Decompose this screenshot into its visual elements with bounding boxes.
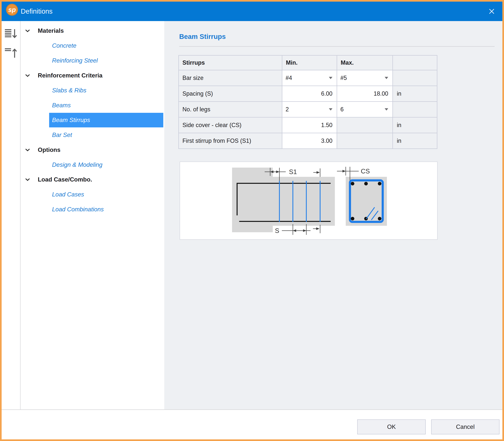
tree-item-label: Load Case/Combo. bbox=[38, 176, 92, 183]
bar-size-max-dropdown[interactable]: #5 bbox=[337, 70, 392, 86]
dropdown-value: #4 bbox=[286, 75, 292, 81]
s-dimension-label: S bbox=[275, 227, 279, 234]
spacing-max-input[interactable]: 18.00 bbox=[337, 86, 392, 101]
row-label-spacing: Spacing (S) bbox=[179, 86, 282, 101]
dropdown-value: #5 bbox=[340, 75, 347, 81]
tree-item-label: Load Combinations bbox=[52, 206, 104, 213]
tree-item-beams[interactable]: Beams bbox=[21, 98, 164, 113]
tree-item-beam-stirrups[interactable]: Beam Stirrups bbox=[21, 113, 164, 127]
first-stirrup-min-input[interactable]: 3.00 bbox=[282, 133, 337, 148]
tree-item-options[interactable]: Options bbox=[21, 143, 164, 157]
tree-item-label: Reinforcing Steel bbox=[52, 57, 98, 64]
dropdown-arrow-icon[interactable] bbox=[385, 77, 388, 79]
cancel-button[interactable]: Cancel bbox=[431, 419, 500, 434]
tree-item-load-case-combo[interactable]: Load Case/Combo. bbox=[21, 172, 164, 187]
tree-item-label: Concrete bbox=[52, 42, 76, 49]
tree-item-bar-set[interactable]: Bar Set bbox=[21, 128, 164, 142]
definitions-tree: Materials Concrete Reinforcing Steel Rei… bbox=[21, 21, 164, 410]
tree-item-label: Load Cases bbox=[52, 191, 84, 198]
tree-item-concrete[interactable]: Concrete bbox=[21, 38, 164, 53]
side-cover-min-input[interactable]: 1.50 bbox=[282, 117, 337, 133]
dropdown-value: 2 bbox=[286, 106, 289, 113]
spacing-min-input[interactable]: 6.00 bbox=[282, 86, 337, 101]
row-label-side-cover: Side cover - clear (CS) bbox=[179, 117, 282, 133]
app-logo-icon: sp bbox=[6, 4, 18, 16]
definitions-dialog: sp Definitions bbox=[0, 0, 504, 441]
tree-item-reinforcing-steel[interactable]: Reinforcing Steel bbox=[21, 53, 164, 68]
tree-item-load-combinations[interactable]: Load Combinations bbox=[21, 202, 164, 217]
stirrups-table: Stirrups Min. Max. Bar size #4 #5 Spacin… bbox=[178, 55, 437, 149]
tree-item-label: Slabs & Ribs bbox=[52, 87, 86, 94]
s1-dimension-label: S1 bbox=[289, 168, 297, 175]
tree-item-label: Materials bbox=[38, 27, 64, 34]
tree-item-label: Beams bbox=[52, 102, 71, 109]
first-stirrup-max-disabled bbox=[337, 133, 392, 148]
title-bar: sp Definitions bbox=[2, 2, 502, 21]
collapse-all-icon[interactable] bbox=[4, 48, 17, 58]
bar-size-min-dropdown[interactable]: #4 bbox=[282, 70, 337, 86]
dropdown-arrow-icon[interactable] bbox=[329, 108, 332, 110]
legs-min-dropdown[interactable]: 2 bbox=[282, 102, 337, 117]
beam-elevation-region bbox=[273, 177, 335, 226]
tree-item-reinforcement-criteria[interactable]: Reinforcement Criteria bbox=[21, 68, 164, 83]
tree-toolbar bbox=[2, 21, 20, 410]
stirrup-diagram: S1 CS S bbox=[180, 162, 438, 240]
ok-button[interactable]: OK bbox=[357, 419, 426, 434]
tree-item-load-cases[interactable]: Load Cases bbox=[21, 187, 164, 202]
row-label-no-of-legs: No. of legs bbox=[179, 102, 282, 117]
dropdown-arrow-icon[interactable] bbox=[385, 108, 388, 110]
unit-cell: in bbox=[393, 117, 437, 133]
dropdown-arrow-icon[interactable] bbox=[329, 77, 332, 79]
row-label-bar-size: Bar size bbox=[179, 70, 282, 86]
tree-item-label: Beam Stirrups bbox=[49, 117, 90, 124]
chevron-down-icon[interactable] bbox=[25, 178, 30, 181]
page-title: Beam Stirrups bbox=[179, 33, 226, 41]
row-label-first-stirrup: First stirrup from FOS (S1) bbox=[179, 133, 282, 148]
tree-item-slabs-ribs[interactable]: Slabs & Ribs bbox=[21, 83, 164, 98]
unit-cell: in bbox=[393, 86, 437, 101]
legs-max-dropdown[interactable]: 6 bbox=[337, 102, 392, 117]
tree-item-design-modeling[interactable]: Design & Modeling bbox=[21, 158, 164, 172]
tree-item-materials[interactable]: Materials bbox=[21, 23, 164, 38]
dropdown-value: 6 bbox=[340, 106, 344, 113]
cs-dimension-label: CS bbox=[361, 168, 370, 175]
tree-item-label: Reinforcement Criteria bbox=[38, 72, 102, 79]
tree-item-label: Options bbox=[38, 146, 61, 153]
chevron-down-icon[interactable] bbox=[25, 74, 30, 77]
chevron-down-icon[interactable] bbox=[25, 29, 30, 32]
unit-cell bbox=[393, 102, 437, 117]
unit-cell: in bbox=[393, 133, 437, 148]
heading-divider bbox=[179, 46, 495, 47]
app-logo-text: sp bbox=[8, 6, 16, 13]
unit-cell bbox=[393, 70, 437, 86]
side-cover-max-disabled bbox=[337, 117, 392, 133]
col-header-unit bbox=[393, 56, 437, 70]
window-title: Definitions bbox=[21, 2, 52, 21]
close-icon[interactable] bbox=[487, 6, 497, 16]
tree-item-label: Bar Set bbox=[52, 132, 72, 138]
tree-item-label: Design & Modeling bbox=[52, 161, 102, 168]
chevron-down-icon[interactable] bbox=[25, 148, 30, 151]
col-header-stirrups: Stirrups bbox=[179, 56, 282, 70]
content-panel: Beam Stirrups Stirrups Min. Max. Bar siz… bbox=[164, 21, 502, 410]
support-region bbox=[232, 168, 273, 232]
expand-all-icon[interactable] bbox=[4, 29, 17, 39]
col-header-min: Min. bbox=[282, 56, 337, 70]
dialog-footer: OK Cancel bbox=[2, 410, 502, 439]
col-header-max: Max. bbox=[337, 56, 392, 70]
